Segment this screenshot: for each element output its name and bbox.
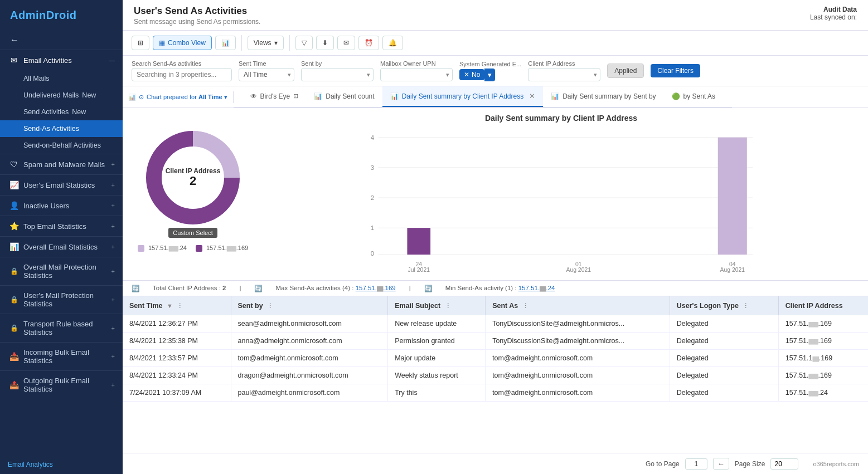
sidebar-item-user-email[interactable]: 📈 User's Email Statistics + xyxy=(0,175,123,195)
table-row: 8/4/2021 12:36:27 PM sean@admeight.onmic… xyxy=(123,315,868,333)
back-button[interactable]: ← xyxy=(0,31,123,50)
sent-time-label: Sent Time xyxy=(239,60,294,67)
table-row: 8/4/2021 12:35:38 PM anna@admeight.onmic… xyxy=(123,333,868,350)
chart-icon-2: ⊙ xyxy=(139,94,144,101)
sidebar-label-user-email: User's Email Statistics xyxy=(23,181,95,189)
pagination-bar: Go to Page ← Page Size o365reports.com xyxy=(123,453,868,474)
filters-row: Search Send-As activities Sent Time All … xyxy=(123,56,868,86)
sent-by-label: Sent by xyxy=(301,60,374,67)
chart-view-button[interactable]: 📊 xyxy=(215,36,236,50)
search-input[interactable] xyxy=(132,68,232,81)
applied-button[interactable]: Applied xyxy=(607,63,644,78)
chart-icon: 📊 xyxy=(221,39,230,47)
cell-ip-1: 157.51.███.169 xyxy=(778,315,868,333)
sidebar-item-outgoing-bulk[interactable]: 📤 Outgoing Bulk Email Statistics + xyxy=(0,371,123,399)
tab-birds-eye[interactable]: 👁 Bird's Eye ⊡ xyxy=(243,87,307,107)
cell-sent-time-3: 8/4/2021 12:33:57 PM xyxy=(123,350,231,367)
sent-time-select[interactable]: All Time xyxy=(239,68,294,81)
client-ip-select[interactable] xyxy=(528,68,600,81)
sidebar-item-spam[interactable]: 🛡 Spam and Malware Mails + xyxy=(0,154,123,174)
email-analytics-link[interactable]: Email Analytics xyxy=(8,461,53,468)
system-generated-chevron[interactable]: ▾ xyxy=(484,69,495,81)
tab-daily-sent-client-ip[interactable]: 📊 Daily Sent summary by Client IP Addres… xyxy=(382,86,544,107)
client-ip-filter-group: Client IP Address xyxy=(528,60,600,81)
sidebar-item-transport[interactable]: 🔒 Transport Rule based Statistics + xyxy=(0,314,123,342)
sidebar-section-top-email: ⭐ Top Email Statistics + xyxy=(0,216,123,236)
mail-protection-icon: 🔒 xyxy=(9,267,19,275)
sidebar-sub-send-activities[interactable]: Send Activities New xyxy=(0,104,123,120)
combo-view-button[interactable]: ▦ Combo View xyxy=(153,36,212,50)
col-email-subject[interactable]: Email Subject ⋮ xyxy=(388,296,486,315)
filter-icon: ▽ xyxy=(302,39,307,47)
col-menu-icon-4[interactable]: ⋮ xyxy=(522,302,528,309)
top-email-icon: ⭐ xyxy=(9,222,19,231)
chart-time-bar[interactable]: 📊 ⊙ Chart prepared for All Time ▾ xyxy=(123,91,234,103)
max-ip-link[interactable]: 157.51.██.169 xyxy=(356,285,396,291)
chevron-spam: + xyxy=(111,161,115,168)
col-menu-icon-1[interactable]: ⋮ xyxy=(177,302,183,309)
sidebar-section-spam: 🛡 Spam and Malware Mails + xyxy=(0,154,123,174)
tab-close-icon[interactable]: ✕ xyxy=(529,92,535,100)
col-menu-icon-2[interactable]: ⋮ xyxy=(267,302,273,309)
sidebar-section-incoming-bulk: 📥 Incoming Bulk Email Statistics + xyxy=(0,342,123,370)
bar-chart-section: Daily Sent summary by Client IP Address … xyxy=(263,114,859,269)
sent-by-select[interactable] xyxy=(301,68,374,81)
cell-sent-time-4: 8/4/2021 12:33:24 PM xyxy=(123,367,231,384)
sidebar-sub-send-as[interactable]: Send-As Activities xyxy=(0,120,123,137)
sidebar-sub-undelivered-mails[interactable]: Undelivered Mails New xyxy=(0,87,123,104)
cell-logon-1: Delegated xyxy=(670,315,778,333)
col-sent-by[interactable]: Sent by ⋮ xyxy=(231,296,388,315)
sidebar-item-user-mail-protection[interactable]: 🔒 User's Mail Protection Statistics + xyxy=(0,286,123,314)
alert-button[interactable]: 🔔 xyxy=(382,36,403,50)
x-label-aug04-2021: Aug 2021 xyxy=(720,267,745,273)
stats-refresh-icon: 🔄 xyxy=(132,285,139,292)
cell-logon-5: Delegated xyxy=(670,384,778,402)
col-sent-time[interactable]: Sent Time ▼ ⋮ xyxy=(123,296,231,315)
by-sent-as-icon: 🟢 xyxy=(672,92,680,100)
sidebar-section-email-activities: ✉ Email Activities — All Mails Undeliver… xyxy=(0,50,123,154)
audit-data-title: Audit Data xyxy=(810,6,857,13)
tab-daily-sent-count[interactable]: 📊 Daily Sent count xyxy=(306,87,382,107)
sidebar-item-mail-protection[interactable]: 🔒 Overall Mail Protection Statistics + xyxy=(0,257,123,285)
sidebar-section-outgoing-bulk: 📤 Outgoing Bulk Email Statistics + xyxy=(0,370,123,399)
col-logon-type[interactable]: User's Logon Type ⋮ xyxy=(670,296,778,315)
y-label-0: 0 xyxy=(371,250,374,257)
bar-jul24 xyxy=(407,228,430,255)
col-logon-type-label: User's Logon Type xyxy=(677,302,739,310)
sent-time-filter-group: Sent Time All Time xyxy=(239,60,294,81)
x-label-aug04: 04 xyxy=(729,261,736,267)
col-sent-as[interactable]: Sent As ⋮ xyxy=(486,296,670,315)
clear-filters-button[interactable]: Clear Filters xyxy=(651,64,700,77)
sidebar-sub-send-on-behalf[interactable]: Send-on-Behalf Activities xyxy=(0,137,123,154)
mailbox-owner-select-wrap xyxy=(380,68,453,81)
prev-page-button[interactable]: ← xyxy=(713,458,729,470)
birds-eye-icon: 👁 xyxy=(250,92,257,100)
cell-sent-by-2: anna@admeight.onmicrosoft.com xyxy=(231,333,388,350)
views-dropdown-button[interactable]: Views ▾ xyxy=(248,36,284,50)
sidebar-sub-all-mails[interactable]: All Mails xyxy=(0,70,123,87)
sidebar-item-overall-email[interactable]: 📊 Overall Email Statistics + xyxy=(0,237,123,257)
col-client-ip[interactable]: Client IP Address xyxy=(778,296,868,315)
grid-view-button[interactable]: ⊞ xyxy=(132,36,149,50)
sidebar-item-top-email[interactable]: ⭐ Top Email Statistics + xyxy=(0,216,123,236)
col-menu-icon-3[interactable]: ⋮ xyxy=(445,302,451,309)
download-button[interactable]: ⬇ xyxy=(316,36,334,50)
filter-button[interactable]: ▽ xyxy=(295,36,313,50)
tab-by-sent-as[interactable]: 🟢 by Sent As xyxy=(664,87,723,107)
sidebar-item-email-activities[interactable]: ✉ Email Activities — xyxy=(0,50,123,70)
tab-daily-sent-sent-by[interactable]: 📊 Daily Sent summary by Sent by xyxy=(543,87,663,107)
page-number-input[interactable] xyxy=(685,458,707,470)
grid-icon: ⊞ xyxy=(138,39,143,47)
sidebar-item-incoming-bulk[interactable]: 📥 Incoming Bulk Email Statistics + xyxy=(0,343,123,370)
y-label-2: 2 xyxy=(371,194,374,201)
tag-x-icon[interactable]: ✕ xyxy=(464,71,469,79)
sidebar-item-inactive[interactable]: 👤 Inactive Users + xyxy=(0,196,123,216)
min-ip-link[interactable]: 157.51.██.24 xyxy=(518,285,555,291)
mailbox-owner-select[interactable] xyxy=(380,68,453,81)
schedule-button[interactable]: ⏰ xyxy=(358,36,379,50)
col-menu-icon-5[interactable]: ⋮ xyxy=(743,302,749,309)
page-size-input[interactable] xyxy=(770,458,798,470)
cell-subject-3: Major update xyxy=(388,350,486,367)
email-button[interactable]: ✉ xyxy=(337,36,355,50)
daily-client-ip-label: Daily Sent summary by Client IP Address xyxy=(402,92,524,100)
